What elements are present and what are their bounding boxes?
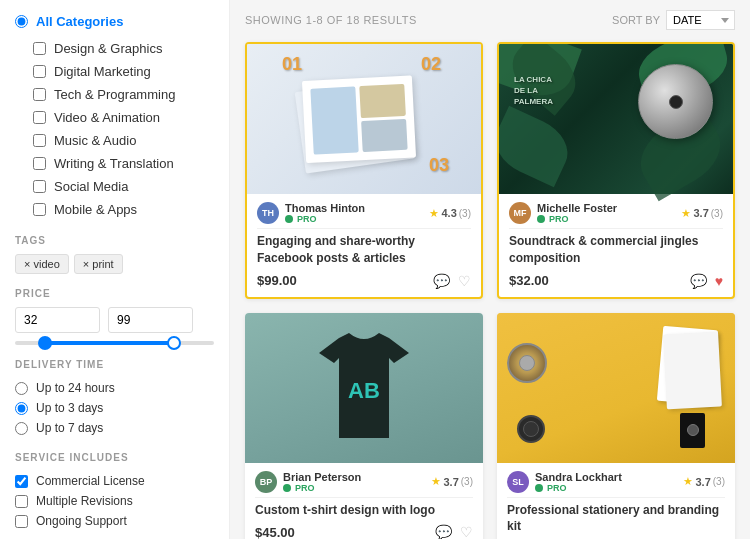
music-checkbox[interactable]	[33, 134, 46, 147]
card-4-image: HelloWorld	[497, 313, 735, 463]
tshirt-svg: AB	[319, 333, 409, 443]
card-2-image: LA CHICADE LAPALMERA	[499, 44, 733, 194]
card-2-price: $32.00	[509, 273, 549, 288]
tag-video[interactable]: × video	[15, 254, 69, 274]
tag-print[interactable]: × print	[74, 254, 123, 274]
card-1-divider	[257, 228, 471, 229]
price-min-input[interactable]	[15, 307, 100, 333]
card-2-rating-count: (3)	[711, 208, 723, 219]
delivery-3d-radio[interactable]	[15, 402, 28, 415]
card-2-comment-icon[interactable]: 💬	[690, 273, 707, 289]
writing-label: Writing & Translation	[54, 156, 174, 171]
sidebar-item-all-categories[interactable]: All Categories	[15, 10, 214, 33]
card-4-pro-dot	[535, 484, 543, 492]
card-2-seller-row: MF Michelle Foster PRO ★ 3.7 (3)	[509, 202, 723, 224]
tech-checkbox[interactable]	[33, 88, 46, 101]
delivery-section: DELIVERY TIME Up to 24 hours Up to 3 day…	[15, 359, 214, 438]
card-2-seller-name: Michelle Foster	[537, 202, 617, 214]
svg-text:AB: AB	[348, 378, 380, 403]
card-4-seller-row: SL Sandra Lockhart PRO ★ 3.7 (3)	[507, 471, 725, 493]
card-4-seller-info: Sandra Lockhart PRO	[535, 471, 622, 493]
card-3-title: Custom t-shirt design with logo	[255, 502, 473, 519]
card-4-pro: PRO	[535, 483, 622, 493]
card-1-info: TH Thomas Hinton PRO ★ 4.3 (3)	[247, 194, 481, 297]
social-checkbox[interactable]	[33, 180, 46, 193]
all-categories-label: All Categories	[36, 14, 123, 29]
sort-select[interactable]: DATE PRICE RATING	[666, 10, 735, 30]
card-3-comment-icon[interactable]: 💬	[435, 524, 452, 539]
sidebar-item-social[interactable]: Social Media	[15, 175, 214, 198]
mobile-checkbox[interactable]	[33, 203, 46, 216]
sidebar-item-design[interactable]: Design & Graphics	[15, 37, 214, 60]
design-checkbox[interactable]	[33, 42, 46, 55]
card-3-pro-dot	[283, 484, 291, 492]
card-3-image: AB	[245, 313, 483, 463]
sidebar-item-tech[interactable]: Tech & Programming	[15, 83, 214, 106]
digital-label: Digital Marketing	[54, 64, 151, 79]
card-2-pro: PRO	[537, 214, 617, 224]
price-max-input[interactable]	[108, 307, 193, 333]
delivery-24h[interactable]: Up to 24 hours	[15, 378, 214, 398]
card-3-rating: ★ 3.7 (3)	[431, 475, 473, 488]
price-label: PRICE	[15, 288, 214, 299]
delivery-7d-radio[interactable]	[15, 422, 28, 435]
card-4-rating-num: 3.7	[695, 476, 710, 488]
revisions-checkbox[interactable]	[15, 495, 28, 508]
card-1-pro: PRO	[285, 214, 365, 224]
music-label: Music & Audio	[54, 133, 136, 148]
delivery-3d[interactable]: Up to 3 days	[15, 398, 214, 418]
card-1-heart-icon[interactable]: ♡	[458, 273, 471, 289]
service-revisions[interactable]: Multiple Revisions	[15, 491, 214, 511]
commercial-checkbox[interactable]	[15, 475, 28, 488]
card-1-rating-num: 4.3	[441, 207, 456, 219]
price-slider[interactable]	[15, 341, 214, 345]
price-slider-right-thumb[interactable]	[167, 336, 181, 350]
sidebar-item-writing[interactable]: Writing & Translation	[15, 152, 214, 175]
sidebar-item-digital[interactable]: Digital Marketing	[15, 60, 214, 83]
sidebar-item-music[interactable]: Music & Audio	[15, 129, 214, 152]
card-2: ★ LA CHICADE LAPALMERA	[497, 42, 735, 299]
support-checkbox[interactable]	[15, 515, 28, 528]
card-3-heart-icon[interactable]: ♡	[460, 524, 473, 539]
card-2-seller-info: Michelle Foster PRO	[537, 202, 617, 224]
sidebar-item-mobile[interactable]: Mobile & Apps	[15, 198, 214, 221]
card-2-seller-left: MF Michelle Foster PRO	[509, 202, 617, 224]
card-3-seller-info: Brian Peterson PRO	[283, 471, 361, 493]
design-label: Design & Graphics	[54, 41, 162, 56]
card-1-pro-dot	[285, 215, 293, 223]
sidebar-item-video[interactable]: Video & Animation	[15, 106, 214, 129]
video-checkbox[interactable]	[33, 111, 46, 124]
delivery-7d[interactable]: Up to 7 days	[15, 418, 214, 438]
card-2-pro-badge: PRO	[549, 214, 569, 224]
book-graphic: 01 02 03	[247, 44, 481, 194]
cards-grid: ★	[245, 42, 735, 539]
card-3-star-icon: ★	[431, 475, 441, 488]
card-4-rating-count: (3)	[713, 476, 725, 487]
card-4-avatar: SL	[507, 471, 529, 493]
service-includes-section: SERVICE INCLUDES Commercial License Mult…	[15, 452, 214, 531]
all-categories-radio[interactable]	[15, 15, 28, 28]
tags-container: × video × print	[15, 254, 214, 274]
card-3-divider	[255, 497, 473, 498]
price-slider-left-thumb[interactable]	[38, 336, 52, 350]
card-1-avatar: TH	[257, 202, 279, 224]
card-1-image: 01 02 03	[247, 44, 481, 194]
card-3-footer: $45.00 💬 ♡	[255, 524, 473, 539]
card-4-seller-left: SL Sandra Lockhart PRO	[507, 471, 622, 493]
card-1-comment-icon[interactable]: 💬	[433, 273, 450, 289]
service-support[interactable]: Ongoing Support	[15, 511, 214, 531]
card-3: AB BP Brian Peterson PRO	[245, 313, 483, 539]
card-2-heart-icon[interactable]: ♥	[715, 273, 723, 289]
card-3-seller-left: BP Brian Peterson PRO	[255, 471, 361, 493]
sidebar: All Categories Design & Graphics Digital…	[0, 0, 230, 539]
digital-checkbox[interactable]	[33, 65, 46, 78]
main-content: SHOWING 1-8 OF 18 RESULTS SORT BY DATE P…	[230, 0, 750, 539]
card-2-title: Soundtrack & commercial jingles composit…	[509, 233, 723, 267]
delivery-24h-radio[interactable]	[15, 382, 28, 395]
card-2-pro-dot	[537, 215, 545, 223]
service-commercial[interactable]: Commercial License	[15, 471, 214, 491]
card-1-price: $99.00	[257, 273, 297, 288]
service-includes-label: SERVICE INCLUDES	[15, 452, 214, 463]
writing-checkbox[interactable]	[33, 157, 46, 170]
card-3-info: BP Brian Peterson PRO ★ 3.7 (3)	[245, 463, 483, 539]
